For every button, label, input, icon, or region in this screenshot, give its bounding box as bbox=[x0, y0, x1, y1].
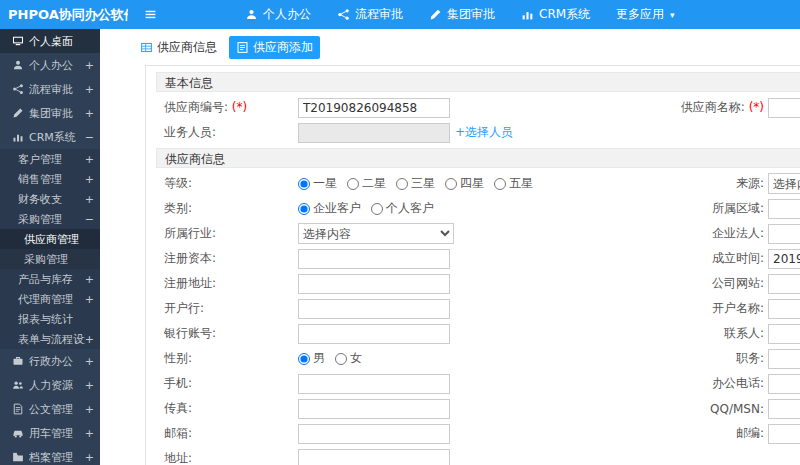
topbar-menu-label: 个人办公 bbox=[263, 6, 311, 23]
field-wrap bbox=[768, 224, 800, 244]
label-legal-person-input: 企业法人: bbox=[618, 225, 768, 242]
field-wrap: +选择人员 bbox=[298, 123, 618, 143]
radio-input[interactable] bbox=[298, 353, 310, 365]
sidebar-item-8[interactable]: 财务收支+ bbox=[0, 189, 100, 209]
position-input[interactable] bbox=[768, 349, 800, 369]
registered-address-input[interactable] bbox=[298, 274, 450, 294]
legal-person-input[interactable] bbox=[768, 224, 800, 244]
app-window: PHPOA协同办公软件 个人办公流程审批集团审批CRM系统更多应用▾ 个人桌面个… bbox=[0, 0, 800, 465]
website-input[interactable] bbox=[768, 274, 800, 294]
form-row: 传真:QQ/MSN: bbox=[156, 396, 800, 421]
contact-input[interactable] bbox=[768, 324, 800, 344]
sidebar-item-12[interactable]: 产品与库存+ bbox=[0, 269, 100, 289]
level-radio-option[interactable]: 三星 bbox=[396, 175, 435, 192]
category-radio-option[interactable]: 企业客户 bbox=[298, 200, 361, 217]
tab-supplier-add[interactable]: 供应商添加 bbox=[229, 36, 320, 59]
sidebar-item-6[interactable]: 客户管理+ bbox=[0, 149, 100, 169]
source-select[interactable]: 选择内容 bbox=[768, 173, 800, 194]
level-radio-option[interactable]: 一星 bbox=[298, 175, 337, 192]
radio-label: 二星 bbox=[362, 175, 386, 192]
topbar-menu-item-3[interactable]: 集团审批 bbox=[429, 6, 495, 23]
sidebar-item-16[interactable]: 行政办公+ bbox=[0, 349, 100, 373]
sidebar-item-label: 销售管理 bbox=[18, 172, 62, 187]
sidebar-item-19[interactable]: 用车管理+ bbox=[0, 421, 100, 445]
sidebar-item-label: 行政办公 bbox=[29, 354, 73, 369]
address-input[interactable] bbox=[298, 449, 450, 465]
sidebar-item-4[interactable]: 集团审批+ bbox=[0, 101, 100, 125]
registered-capital-input[interactable] bbox=[298, 249, 450, 269]
supplier-code-input[interactable] bbox=[298, 98, 450, 118]
postcode-input[interactable] bbox=[768, 424, 800, 444]
region-input[interactable] bbox=[768, 199, 800, 219]
topbar-menu-item-4[interactable]: CRM系统 bbox=[521, 6, 590, 23]
radio-input[interactable] bbox=[494, 178, 506, 190]
sidebar-item-20[interactable]: 档案管理+ bbox=[0, 445, 100, 465]
radio-input[interactable] bbox=[396, 178, 408, 190]
radio-input[interactable] bbox=[298, 178, 310, 190]
business-person-input[interactable] bbox=[298, 123, 450, 143]
chevron-down-icon: ▾ bbox=[670, 10, 675, 20]
topbar-menu-item-1[interactable]: 个人办公 bbox=[245, 6, 311, 23]
field-wrap bbox=[298, 449, 618, 465]
table-icon bbox=[140, 41, 153, 54]
sidebar-item-17[interactable]: 人力资源+ bbox=[0, 373, 100, 397]
app-logo[interactable]: PHPOA协同办公软件 bbox=[0, 6, 128, 24]
tab-supplier-info[interactable]: 供应商信息 bbox=[133, 36, 224, 59]
topbar-menu-item-2[interactable]: 流程审批 bbox=[337, 6, 403, 23]
sidebar-item-18[interactable]: 公文管理+ bbox=[0, 397, 100, 421]
supplier-name-input[interactable] bbox=[768, 98, 800, 118]
label-source-select: 来源: bbox=[618, 175, 768, 192]
section-header-1: 基本信息 bbox=[156, 72, 800, 92]
label-supplier-code-input: 供应商编号: (*) bbox=[156, 99, 298, 116]
sidebar-item-11[interactable]: 采购管理 bbox=[0, 249, 100, 269]
pick-person-link[interactable]: +选择人员 bbox=[455, 124, 513, 141]
sidebar-item-14[interactable]: 报表与统计 bbox=[0, 309, 100, 329]
sidebar-item-label: 代理商管理 bbox=[18, 292, 73, 307]
radio-input[interactable] bbox=[298, 203, 310, 215]
field-wrap: 选择内容 bbox=[768, 173, 800, 194]
account-name-input[interactable] bbox=[768, 299, 800, 319]
sidebar-item-9[interactable]: 采购管理− bbox=[0, 209, 100, 229]
bank-input[interactable] bbox=[298, 299, 450, 319]
sidebar-item-3[interactable]: 流程审批+ bbox=[0, 77, 100, 101]
radio-input[interactable] bbox=[347, 178, 359, 190]
qq-msn-input[interactable] bbox=[768, 399, 800, 419]
required-marker: (*) bbox=[228, 100, 247, 114]
sidebar-item-13[interactable]: 代理商管理+ bbox=[0, 289, 100, 309]
sidebar-item-15[interactable]: 表单与流程设置+ bbox=[0, 329, 100, 349]
topbar-menu-label: CRM系统 bbox=[539, 6, 590, 23]
sidebar-item-7[interactable]: 销售管理+ bbox=[0, 169, 100, 189]
topbar-menu-item-5[interactable]: 更多应用▾ bbox=[616, 6, 675, 23]
sidebar-item-1[interactable]: 个人桌面 bbox=[0, 29, 100, 53]
level-radio-option[interactable]: 五星 bbox=[494, 175, 533, 192]
label-email-input: 邮箱: bbox=[156, 425, 298, 442]
form-row: 业务人员:+选择人员 bbox=[156, 120, 800, 145]
radio-input[interactable] bbox=[445, 178, 457, 190]
bank-account-input[interactable] bbox=[298, 324, 450, 344]
level-radio-option[interactable]: 二星 bbox=[347, 175, 386, 192]
radio-input[interactable] bbox=[371, 203, 383, 215]
gender-radio-option[interactable]: 男 bbox=[298, 350, 325, 367]
gender-radio-option[interactable]: 女 bbox=[335, 350, 362, 367]
fax-input[interactable] bbox=[298, 399, 450, 419]
office-phone-input[interactable] bbox=[768, 374, 800, 394]
industry-select[interactable]: 选择内容 bbox=[298, 223, 454, 244]
hamburger-menu-icon[interactable] bbox=[144, 8, 157, 21]
sidebar-item-2[interactable]: 个人办公+ bbox=[0, 53, 100, 77]
label-postcode-input: 邮编: bbox=[618, 425, 768, 442]
mobile-input[interactable] bbox=[298, 374, 450, 394]
radio-input[interactable] bbox=[335, 353, 347, 365]
label-business-person-input: 业务人员: bbox=[156, 124, 298, 141]
label-account-name-input: 开户名称: bbox=[618, 300, 768, 317]
approve-icon bbox=[12, 107, 24, 119]
level-radio-option[interactable]: 四星 bbox=[445, 175, 484, 192]
email-input[interactable] bbox=[298, 424, 450, 444]
label-industry-select: 所属行业: bbox=[156, 225, 298, 242]
label-contact-input: 联系人: bbox=[618, 325, 768, 342]
sidebar-item-10[interactable]: 供应商管理 bbox=[0, 229, 100, 249]
expand-plus-icon: + bbox=[85, 293, 94, 306]
category-radio-option[interactable]: 个人客户 bbox=[371, 200, 434, 217]
founded-date-input[interactable] bbox=[768, 249, 800, 269]
sidebar-item-label: 产品与库存 bbox=[18, 272, 73, 287]
sidebar-item-5[interactable]: CRM系统− bbox=[0, 125, 100, 149]
